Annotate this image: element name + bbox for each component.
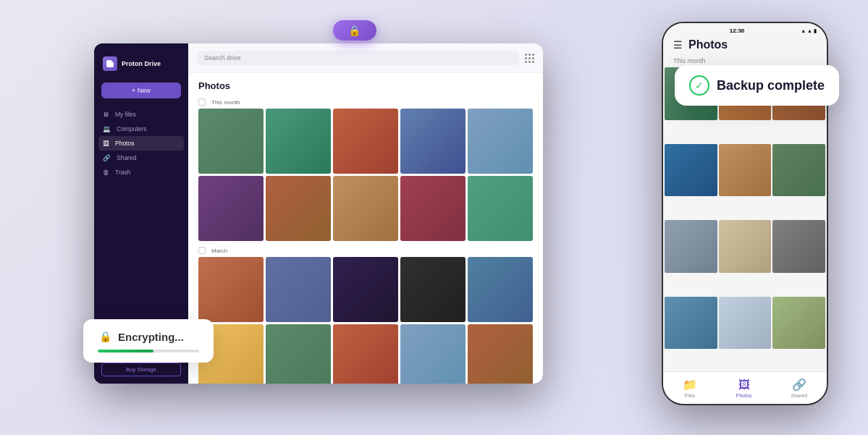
photo-cell[interactable] <box>333 257 398 322</box>
backup-title: Backup complete <box>717 78 825 93</box>
section-label-text: March <box>211 248 227 254</box>
section-checkbox[interactable] <box>198 247 206 254</box>
section-label-march: March <box>198 247 533 254</box>
photo-cell[interactable] <box>400 176 465 241</box>
files-tab-label: Files <box>685 393 696 398</box>
new-button[interactable]: + New <box>101 83 181 98</box>
photo-cell[interactable] <box>400 257 465 322</box>
photo-grid-march <box>198 257 533 384</box>
signal-icon: ▲ <box>801 28 806 33</box>
photo-cell[interactable] <box>266 176 331 241</box>
phone-photo-grid <box>663 67 827 371</box>
phone-header: ☰ Photos <box>663 35 827 56</box>
lock-toggle[interactable]: 🔒 <box>333 20 376 41</box>
phone-photo[interactable] <box>772 144 825 197</box>
phone-photo[interactable] <box>665 220 717 273</box>
app-logo: Proton Drive <box>94 52 188 80</box>
main-content: Search drive Photos This month <box>188 43 543 384</box>
phone-bottom-bar: 📁 Files 🖼 Photos 🔗 Shared <box>663 371 827 404</box>
photo-cell[interactable] <box>266 257 331 322</box>
grid-view-icon[interactable] <box>525 54 534 63</box>
wifi-icon: ▲ <box>807 28 812 33</box>
phone-tab-files[interactable]: 📁 Files <box>683 378 697 398</box>
phone-photo[interactable] <box>719 220 772 273</box>
photo-cell[interactable] <box>266 109 331 174</box>
encrypting-toast: 🔒 Encrypting... <box>83 319 214 363</box>
phone-photo[interactable] <box>772 297 825 350</box>
encrypting-title: Encrypting... <box>118 331 184 343</box>
monitor-icon: 💻 <box>103 125 111 132</box>
photo-cell[interactable] <box>198 109 264 174</box>
photos-title: Photos <box>188 73 543 96</box>
photo-cell[interactable] <box>468 109 533 174</box>
photo-cell[interactable] <box>333 109 398 174</box>
sidebar-item-label: Photos <box>115 140 134 147</box>
toast-header: 🔒 Encrypting... <box>98 329 199 344</box>
battery-icon: ▮ <box>814 28 817 34</box>
sidebar-item-shared[interactable]: 🔗 Shared <box>94 151 188 165</box>
progress-bar <box>98 350 199 352</box>
lock-pill: 🔒 <box>333 20 376 41</box>
status-icons: ▲ ▲ ▮ <box>801 28 817 34</box>
checkmark-icon: ✓ <box>695 80 704 91</box>
buy-storage-button[interactable]: Buy Storage <box>101 363 181 376</box>
image-icon: 🖼 <box>103 140 109 147</box>
sidebar-item-myfiles[interactable]: 🖥 My files <box>94 107 188 122</box>
section-label-text: This month <box>211 99 240 106</box>
phone-status-bar: 12:30 ▲ ▲ ▮ <box>663 23 827 35</box>
search-input[interactable]: Search drive <box>197 51 519 65</box>
photo-cell[interactable] <box>400 109 465 174</box>
logo-icon <box>103 56 117 71</box>
lock-icon: 🔒 <box>348 25 361 36</box>
sidebar-item-photos[interactable]: 🖼 Photos <box>98 136 184 151</box>
hamburger-icon[interactable]: ☰ <box>673 39 683 51</box>
photos-tab-label: Photos <box>736 393 752 398</box>
photo-cell[interactable] <box>333 176 398 241</box>
sidebar-item-label: Trash <box>115 169 130 176</box>
sidebar-item-label: Computers <box>117 125 147 132</box>
toast-lock-icon: 🔒 <box>98 329 112 344</box>
section-checkbox[interactable] <box>198 98 206 106</box>
share-icon: 🔗 <box>103 154 111 161</box>
photo-cell[interactable] <box>468 324 533 384</box>
sidebar-item-trash[interactable]: 🗑 Trash <box>94 165 188 180</box>
photo-grid-thismonth <box>198 109 533 241</box>
photo-cell[interactable] <box>198 176 264 241</box>
app-name: Proton Drive <box>122 60 161 67</box>
photo-cell[interactable] <box>198 257 264 322</box>
phone-photo[interactable] <box>665 144 717 197</box>
photo-cell[interactable] <box>468 257 533 322</box>
section-label-thismonth: This month <box>198 98 533 106</box>
phone-photo[interactable] <box>772 220 825 273</box>
progress-fill <box>98 350 153 352</box>
photos-tab-icon: 🖼 <box>738 379 750 392</box>
status-time: 12:30 <box>730 28 744 34</box>
trash-icon: 🗑 <box>103 169 109 176</box>
phone-photo[interactable] <box>665 297 717 350</box>
phone-app-title: Photos <box>688 38 728 51</box>
photo-cell[interactable] <box>266 324 331 384</box>
phone-tab-photos[interactable]: 🖼 Photos <box>736 379 752 398</box>
photo-cell[interactable] <box>333 324 398 384</box>
photo-cell[interactable] <box>468 176 533 241</box>
shared-tab-icon: 🔗 <box>792 378 806 392</box>
computer-icon: 🖥 <box>103 111 109 118</box>
photos-content: This month March <box>188 96 543 384</box>
files-tab-icon: 📁 <box>683 378 697 392</box>
phone-photo[interactable] <box>719 144 772 197</box>
backup-toast: ✓ Backup complete <box>675 65 839 106</box>
sidebar-item-label: Shared <box>117 154 136 161</box>
sidebar-item-label: My files <box>115 111 136 118</box>
search-bar: Search drive <box>188 43 543 73</box>
phone-tab-shared[interactable]: 🔗 Shared <box>791 378 807 398</box>
sidebar-item-computers[interactable]: 💻 Computers <box>94 122 188 136</box>
photo-cell[interactable] <box>400 324 465 384</box>
backup-check-icon: ✓ <box>689 75 709 96</box>
shared-tab-label: Shared <box>791 393 807 398</box>
phone-photo[interactable] <box>719 297 772 350</box>
